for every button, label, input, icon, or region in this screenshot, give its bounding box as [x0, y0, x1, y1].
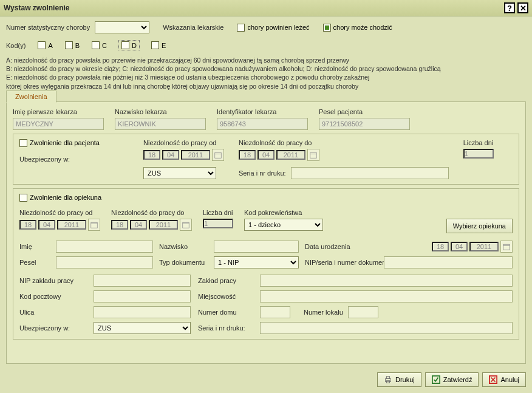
calendar-icon[interactable] — [180, 219, 192, 231]
caretaker-pesel-input[interactable] — [56, 256, 153, 268]
patient-to-month[interactable] — [257, 150, 275, 160]
caretaker-days-label: Liczba dni — [203, 209, 233, 216]
chk-caretaker-leave[interactable]: Zwolnienie dla opiekuna — [19, 194, 101, 202]
tab-zwolnienia[interactable]: Zwolnienia — [6, 91, 56, 103]
svg-rect-6 — [183, 222, 189, 228]
caretaker-days-input[interactable] — [203, 219, 233, 228]
chk-patient-leave[interactable]: Zwolnienie dla pacjenta — [19, 139, 129, 147]
relationship-select[interactable]: 1 - dziecko — [244, 219, 323, 231]
patient-insured-label: Ubezpieczony w: — [19, 155, 70, 163]
code-d[interactable]: D — [119, 41, 139, 50]
patient-leave-section: Zwolnienie dla pacjenta Ubezpieczony w: … — [13, 134, 519, 185]
caretaker-insured-label: Ubezpieczony w: — [19, 324, 86, 332]
docnum-input[interactable] — [384, 256, 513, 268]
caretaker-to-month[interactable] — [130, 220, 147, 230]
codes-explanation: A: niezdolność do pracy powstała po prze… — [6, 56, 526, 91]
postal-label: Kod pocztowy — [19, 293, 86, 300]
patient-from-year[interactable] — [181, 150, 210, 160]
calendar-icon[interactable] — [212, 149, 224, 161]
help-button[interactable]: ? — [504, 2, 515, 13]
patient-pesel-input — [319, 118, 410, 130]
name-input[interactable] — [56, 241, 153, 253]
dob-year[interactable] — [469, 242, 499, 251]
svg-rect-2 — [310, 152, 317, 158]
dob-day[interactable] — [432, 242, 449, 251]
main-fieldset: Zwolnienia Imię pierwsze lekarza Nazwisk… — [6, 101, 526, 364]
patient-from-label: Niezdolność do pracy od — [143, 139, 224, 146]
caretaker-print-input[interactable] — [260, 322, 513, 334]
patient-print-label: Seria i nr druku: — [239, 169, 286, 177]
patient-from-day[interactable] — [143, 150, 160, 160]
patient-to-year[interactable] — [276, 150, 305, 160]
code-b[interactable]: B — [65, 41, 80, 49]
code-c[interactable]: C — [92, 41, 107, 49]
codes-label: Kod(y) — [6, 42, 26, 49]
confirm-button[interactable]: Zatwierdź — [425, 372, 479, 387]
relationship-label: Kod pokrewieństwa — [244, 209, 323, 216]
surname-input[interactable] — [214, 241, 299, 253]
dob-month[interactable] — [451, 242, 468, 251]
doctor-id-input — [217, 118, 308, 130]
postal-input[interactable] — [94, 290, 191, 302]
flat-label: Numer lokalu — [304, 309, 343, 316]
caretaker-insured-select[interactable]: ZUS — [94, 322, 191, 334]
name-label: Imię — [19, 243, 50, 250]
calendar-icon[interactable] — [500, 241, 513, 253]
caretaker-from-month[interactable] — [38, 220, 55, 230]
patient-insured-select[interactable]: ZUS — [143, 167, 216, 179]
nip-input[interactable] — [94, 275, 191, 287]
patient-print-input[interactable] — [291, 167, 449, 179]
docnum-label: NIP/seria i numer dokumentu — [305, 259, 378, 266]
caretaker-leave-section: Zwolnienie dla opiekuna Niezdolność do p… — [13, 188, 519, 340]
print-button[interactable]: Drukuj — [377, 372, 421, 387]
window-title: Wystaw zwolnienie — [4, 4, 69, 12]
stat-number-label: Numer statystyczny choroby — [6, 24, 90, 31]
patient-to-label: Niezdolność do pracy do — [239, 139, 449, 146]
city-input[interactable] — [260, 290, 513, 302]
calendar-icon[interactable] — [88, 219, 100, 231]
titlebar: Wystaw zwolnienie ? ✕ — [0, 0, 532, 16]
patient-days-input[interactable] — [463, 149, 494, 159]
doctype-label: Typ dokumentu — [159, 259, 208, 266]
house-label: Numer domu — [198, 309, 253, 316]
nip-label: NIP zakładu pracy — [19, 277, 86, 284]
flat-input[interactable] — [348, 306, 378, 318]
caretaker-from-day[interactable] — [19, 220, 36, 230]
svg-rect-11 — [386, 377, 389, 379]
code-e[interactable]: E — [151, 41, 166, 49]
close-button[interactable]: ✕ — [517, 2, 528, 13]
workplace-input[interactable] — [260, 275, 513, 287]
house-input[interactable] — [260, 306, 290, 318]
dob-label: Data urodzenia — [305, 243, 378, 250]
workplace-label: Zakład pracy — [198, 277, 253, 284]
calendar-icon[interactable] — [307, 149, 319, 161]
street-input[interactable] — [94, 306, 191, 318]
chk-should-lie[interactable]: chory powinien leżeć — [237, 24, 309, 32]
patient-pesel-label: Pesel pacjenta — [319, 108, 410, 115]
caretaker-from-label: Niezdolność do pracy od — [19, 209, 100, 216]
indications-label: Wskazania lekarskie — [163, 24, 223, 31]
choose-caretaker-button[interactable]: Wybierz opiekuna — [446, 219, 513, 233]
svg-rect-0 — [215, 152, 222, 158]
doctor-last-input — [115, 118, 206, 130]
caretaker-print-label: Seria i nr druku: — [198, 324, 253, 332]
doctor-first-input — [13, 118, 104, 130]
stat-number-select[interactable] — [95, 21, 149, 33]
doctor-first-label: Imię pierwsze lekarza — [13, 108, 104, 115]
doctype-select[interactable]: 1 - NIP — [214, 256, 299, 268]
chk-should-lie-label: chory powinien leżeć — [247, 24, 309, 31]
code-a[interactable]: A — [38, 41, 52, 49]
city-label: Miejscowość — [198, 293, 253, 300]
chk-can-walk[interactable]: chory może chodzić — [323, 24, 392, 32]
doctor-last-label: Nazwisko lekarza — [115, 108, 206, 115]
patient-from-month[interactable] — [162, 150, 179, 160]
caretaker-to-year[interactable] — [149, 220, 178, 230]
caretaker-to-day[interactable] — [111, 220, 128, 230]
cancel-button[interactable]: Anuluj — [482, 372, 526, 387]
caretaker-from-year[interactable] — [57, 220, 86, 230]
surname-label: Nazwisko — [159, 243, 208, 250]
patient-to-day[interactable] — [239, 150, 256, 160]
caretaker-to-label: Niezdolność do pracy do — [111, 209, 192, 216]
svg-rect-4 — [91, 222, 98, 228]
doctor-id-label: Identyfikator lekarza — [217, 108, 308, 115]
